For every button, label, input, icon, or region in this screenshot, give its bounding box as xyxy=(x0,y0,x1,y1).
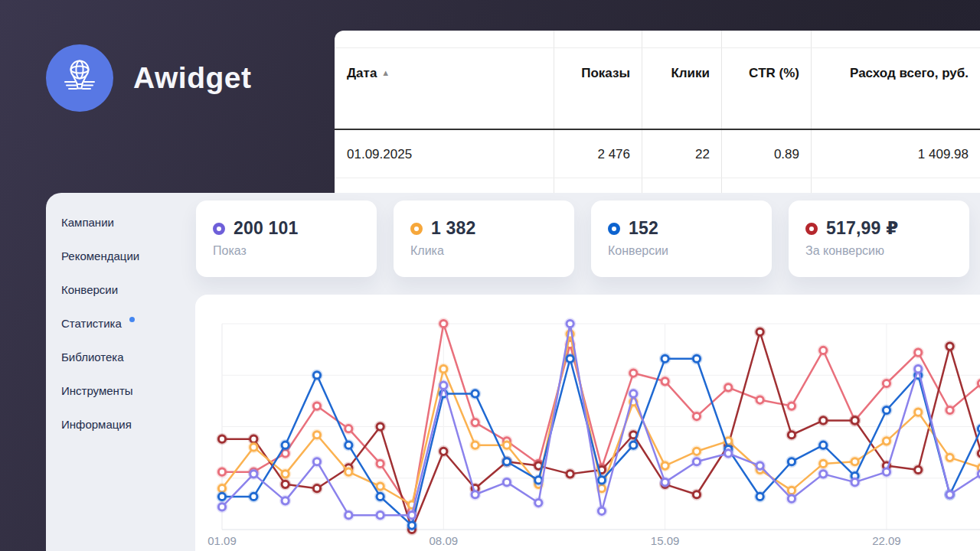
column-divider xyxy=(554,31,554,193)
header-underline xyxy=(335,129,980,130)
svg-text:15.09: 15.09 xyxy=(651,534,680,547)
stat-value: 517,99 ₽ xyxy=(826,218,898,239)
column-header-label: Дата xyxy=(347,66,377,80)
svg-text:22.09: 22.09 xyxy=(872,534,901,547)
column-header-clicks[interactable]: Клики xyxy=(642,66,721,81)
stat-value: 1 382 xyxy=(431,218,476,239)
stat-label: Клика xyxy=(410,244,574,258)
cell-date: 01.09.2025 xyxy=(347,147,546,162)
sidebar-item-library[interactable]: Библиотека xyxy=(61,340,191,373)
stat-value: 200 101 xyxy=(234,218,299,239)
sidebar-item-information[interactable]: Информация xyxy=(61,407,191,441)
notification-dot xyxy=(129,317,135,322)
stat-card-conversions[interactable]: 152 Конверсии xyxy=(591,201,772,277)
sidebar-item-label: Кампании xyxy=(61,216,114,229)
row-divider xyxy=(335,178,980,178)
app-title: Awidget xyxy=(133,61,251,95)
stat-card-impressions[interactable]: 200 101 Показ xyxy=(196,201,377,277)
statistics-table: Дата▲ Показы Клики CTR (%) Расход всего,… xyxy=(335,31,980,193)
stat-card-cost-per-conversion[interactable]: 517,99 ₽ За конверсию xyxy=(789,201,969,277)
stat-card-clicks[interactable]: 1 382 Клика xyxy=(394,201,574,277)
column-header-impressions[interactable]: Показы xyxy=(554,66,642,81)
sidebar-item-label: Информация xyxy=(61,418,132,431)
stat-label: За конверсию xyxy=(805,244,969,258)
balloon-logo-icon xyxy=(46,44,113,112)
column-header-ctr[interactable]: CTR (%) xyxy=(721,66,811,81)
cell-ctr: 0.89 xyxy=(721,147,811,162)
sidebar-item-statistics[interactable]: Статистика xyxy=(61,306,191,340)
cell-clicks: 22 xyxy=(642,147,721,162)
stat-value: 152 xyxy=(629,218,658,239)
metric-ring-icon xyxy=(410,223,423,235)
sidebar-item-conversions[interactable]: Конверсии xyxy=(61,272,191,306)
sidebar-item-tools[interactable]: Инструменты xyxy=(61,373,191,407)
sidebar-item-label: Библиотека xyxy=(61,350,124,364)
column-header-cost[interactable]: Расход всего, руб. xyxy=(811,66,980,81)
cell-cost: 1 409.98 xyxy=(811,147,980,162)
app-logo[interactable]: Awidget xyxy=(46,44,251,112)
column-header-date[interactable]: Дата▲ xyxy=(347,66,546,81)
metric-ring-icon xyxy=(213,223,225,235)
chart-panel: 01.0908.0915.0922.09 xyxy=(195,295,980,551)
cell-impressions: 2 476 xyxy=(554,147,642,162)
sidebar-item-campaigns[interactable]: Кампании xyxy=(61,205,191,239)
column-divider xyxy=(642,31,642,193)
sidebar-item-recommendations[interactable]: Рекомендации xyxy=(61,239,191,272)
sidebar-item-label: Инструменты xyxy=(61,384,133,397)
column-divider xyxy=(811,31,812,193)
app-background: Awidget Дата▲ Показы Клики CTR (%) Расхо… xyxy=(0,0,980,551)
sort-asc-icon: ▲ xyxy=(381,68,390,77)
sidebar: Кампании Рекомендации Конверсии Статисти… xyxy=(61,205,191,441)
svg-text:01.09: 01.09 xyxy=(207,534,237,547)
metrics-line-chart: 01.0908.0915.0922.09 xyxy=(195,295,980,551)
svg-text:08.09: 08.09 xyxy=(430,534,459,547)
row-divider xyxy=(335,47,980,48)
metric-ring-icon xyxy=(608,223,620,235)
sidebar-item-label: Рекомендации xyxy=(61,249,139,262)
column-divider xyxy=(721,31,722,193)
hot-air-balloon-icon xyxy=(60,58,99,98)
sidebar-item-label: Конверсии xyxy=(61,283,118,296)
sidebar-item-label: Статистика xyxy=(61,317,122,330)
metric-ring-icon xyxy=(805,223,818,235)
stat-label: Конверсии xyxy=(608,244,772,258)
stat-label: Показ xyxy=(213,244,377,258)
